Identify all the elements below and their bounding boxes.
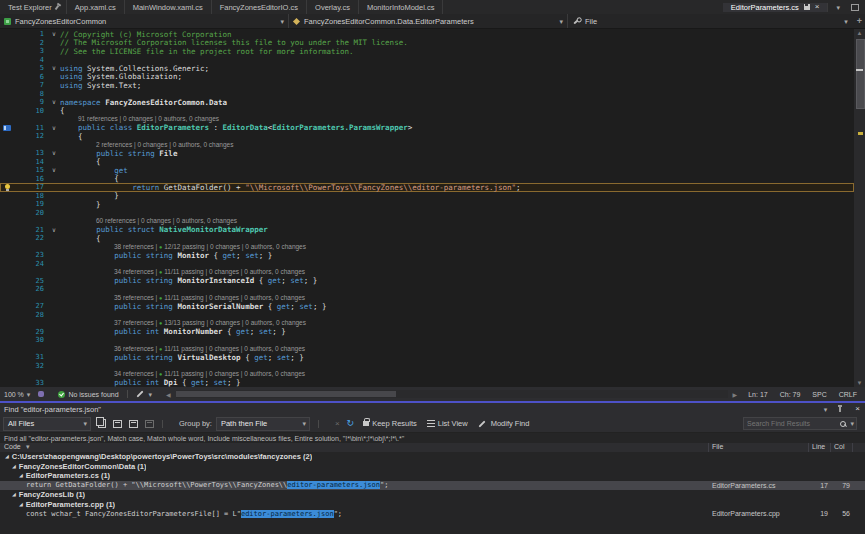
code-line[interactable]: 19 }: [0, 200, 854, 209]
code-text[interactable]: public string VirtualDesktop { get; set;…: [60, 354, 854, 362]
find-result-row[interactable]: const wchar_t FancyZonesEditorParameters…: [0, 509, 865, 519]
codelens-references[interactable]: 60 references |: [96, 217, 141, 224]
file-column-header[interactable]: File: [712, 443, 723, 450]
code-text[interactable]: // The Microsoft Corporation licenses th…: [60, 39, 854, 47]
codelens-changes[interactable]: 0 changes | 0 authors, 0 changes: [210, 243, 306, 250]
scroll-right-icon[interactable]: ▶: [733, 391, 738, 398]
code-text[interactable]: using System.Text;: [60, 82, 854, 90]
line-indicator[interactable]: Ln: 17: [748, 391, 767, 398]
find-group-row[interactable]: ◢EditorParameters.cpp (1): [0, 500, 865, 510]
code-text[interactable]: public string MonitorSerialNumber { get;…: [60, 303, 854, 311]
code-line[interactable]: 20: [0, 209, 854, 218]
keep-results-lock-icon[interactable]: [363, 421, 369, 426]
code-text[interactable]: public class EditorParameters : EditorDa…: [60, 124, 854, 132]
line-marker-icon[interactable]: [3, 125, 11, 131]
code-text[interactable]: public int MonitorNumber { get; set; }: [60, 328, 854, 336]
repeat-find-icon[interactable]: ↻: [347, 419, 355, 428]
fold-open-icon[interactable]: ∨: [48, 150, 60, 156]
codelens-text[interactable]: 2 references | 0 changes | 0 authors, 0 …: [60, 142, 854, 149]
fold-open-icon[interactable]: ∨: [48, 99, 60, 105]
code-line[interactable]: 14 {: [0, 158, 854, 167]
codelens-text[interactable]: 37 references | ● 13/13 passing | 0 chan…: [60, 320, 854, 327]
collapse-all-icon[interactable]: [129, 420, 138, 428]
code-text[interactable]: using System.Collections.Generic;: [60, 65, 854, 73]
code-line[interactable]: 9∨namespace FancyZonesEditorCommon.Data: [0, 98, 854, 107]
project-dropdown[interactable]: FancyZonesEditorCommon ▾: [0, 14, 289, 28]
codelens-changes[interactable]: 0 changes | 0 authors, 0 changes: [209, 268, 305, 275]
code-column-chevron-icon[interactable]: ▾: [26, 443, 30, 450]
code-line[interactable]: 22 {: [0, 234, 854, 243]
tab-editorparameters-cs[interactable]: EditorParameters.cs ×: [723, 3, 829, 12]
codelens-text[interactable]: 91 references | 0 changes | 0 authors, 0…: [60, 116, 854, 123]
code-text[interactable]: {: [60, 158, 854, 166]
tree-expanded-icon[interactable]: ◢: [5, 454, 9, 459]
code-line[interactable]: 21∨ public struct NativeMonitorDataWrapp…: [0, 226, 854, 235]
codelens-text[interactable]: 34 references | ● 11/11 passing | 0 chan…: [60, 269, 854, 276]
codelens-changes[interactable]: 0 changes | 0 authors, 0 changes: [137, 141, 233, 148]
list-view-icon[interactable]: [427, 420, 435, 427]
code-line[interactable]: 27 public string MonitorSerialNumber { g…: [0, 302, 854, 311]
codelens-changes[interactable]: 0 changes | 0 authors, 0 changes: [141, 217, 237, 224]
modify-find-button[interactable]: Modify Find: [491, 419, 530, 428]
code-line[interactable]: 23 public string Monitor { get; set; }: [0, 251, 854, 260]
codelens-references[interactable]: 36 references |: [114, 345, 159, 352]
split-editor-icon[interactable]: +: [857, 16, 862, 26]
copy-results-icon[interactable]: [98, 419, 106, 428]
expand-all-icon[interactable]: [113, 420, 122, 428]
code-line[interactable]: 17 return GetDataFolder() + "\\Microsoft…: [0, 183, 854, 192]
fold-open-icon[interactable]: ∨: [48, 227, 60, 233]
code-text[interactable]: public struct NativeMonitorDataWrapper: [60, 226, 854, 234]
codelens-text[interactable]: 35 references | ● 11/11 passing | 0 chan…: [60, 295, 854, 302]
code-line[interactable]: 24: [0, 260, 854, 269]
list-view-button[interactable]: List View: [438, 419, 468, 428]
scroll-up-icon[interactable]: ▲: [854, 30, 865, 36]
tree-expanded-icon[interactable]: ◢: [12, 492, 16, 497]
fold-open-icon[interactable]: ∨: [48, 65, 60, 71]
codelens-changes[interactable]: 0 changes | 0 authors, 0 changes: [209, 370, 305, 377]
codelens-text[interactable]: 60 references | 0 changes | 0 authors, 0…: [60, 218, 854, 225]
close-icon[interactable]: ×: [815, 3, 820, 11]
tab-list-chevron-icon[interactable]: ▾: [836, 4, 840, 11]
zoom-level[interactable]: 100 %: [4, 391, 24, 398]
code-line[interactable]: 11∨ public class EditorParameters : Edit…: [0, 124, 854, 133]
code-text[interactable]: {: [60, 107, 854, 115]
horizontal-scrollbar[interactable]: [176, 390, 728, 398]
codelens-tests[interactable]: 11/11 passing |: [162, 294, 209, 301]
code-line[interactable]: 13∨ public string File: [0, 149, 854, 158]
edit-mode-chevron-icon[interactable]: ▾: [149, 391, 153, 398]
codelens-references[interactable]: 35 references |: [114, 294, 159, 301]
fold-open-icon[interactable]: ∨: [48, 125, 60, 131]
codelens-references[interactable]: 91 references |: [78, 115, 123, 122]
codelens-changes[interactable]: 0 changes | 0 authors, 0 changes: [209, 345, 305, 352]
code-line[interactable]: 18 }: [0, 192, 854, 201]
fold-open-icon[interactable]: ∨: [48, 31, 60, 37]
keep-results-button[interactable]: Keep Results: [372, 419, 417, 428]
code-text[interactable]: public string MonitorInstanceId { get; s…: [60, 277, 854, 285]
codelens-tests[interactable]: 11/11 passing |: [162, 370, 209, 377]
code-text[interactable]: get: [60, 167, 854, 175]
scrollbar-thumb[interactable]: [856, 39, 865, 109]
search-find-results-box[interactable]: ▾: [743, 417, 857, 430]
scroll-left-icon[interactable]: ◀: [166, 391, 171, 398]
tab-app-xaml-cs[interactable]: App.xaml.cs: [67, 0, 125, 14]
code-text[interactable]: public int Dpi { get; set; }: [60, 379, 854, 387]
code-line[interactable]: 26: [0, 285, 854, 294]
codelens-changes[interactable]: 0 changes | 0 authors, 0 changes: [123, 115, 219, 122]
codelens-references[interactable]: 37 references |: [114, 319, 159, 326]
code-text[interactable]: }: [60, 201, 854, 209]
codelens-text[interactable]: 34 references | ● 11/11 passing | 0 chan…: [60, 371, 854, 378]
code-text[interactable]: {: [60, 133, 854, 141]
codelens-text[interactable]: 36 references | ● 11/11 passing | 0 chan…: [60, 346, 854, 353]
code-text[interactable]: using System.Globalization;: [60, 73, 854, 81]
find-group-row[interactable]: ◢FancyZonesLib (1): [0, 490, 865, 500]
code-line[interactable]: 28: [0, 311, 854, 320]
no-issues-check-icon[interactable]: [58, 391, 65, 398]
zoom-chevron-icon[interactable]: ▾: [27, 391, 31, 398]
edit-mode-icon[interactable]: [136, 390, 143, 397]
tab-overlay-cs[interactable]: Overlay.cs: [307, 0, 359, 14]
codelens-references[interactable]: 34 references |: [114, 370, 159, 377]
code-line[interactable]: 25 public string MonitorInstanceId { get…: [0, 277, 854, 286]
search-find-results-input[interactable]: [744, 420, 840, 427]
horizontal-scrollbar-thumb[interactable]: [176, 391, 397, 397]
codelens-references[interactable]: 38 references |: [114, 243, 159, 250]
